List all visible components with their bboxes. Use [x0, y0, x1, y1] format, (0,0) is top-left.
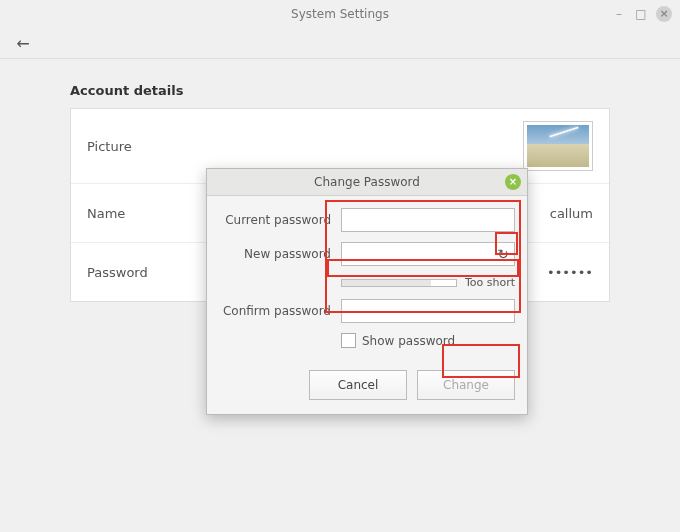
current-password-input[interactable] [341, 208, 515, 232]
row-password-value: •••••• [547, 265, 593, 280]
row-name-label: Name [87, 206, 125, 221]
current-password-label: Current password [219, 213, 341, 227]
avatar[interactable] [523, 121, 593, 171]
row-password-label: Password [87, 265, 148, 280]
dialog-title: Change Password [314, 175, 420, 189]
minimize-icon[interactable]: – [612, 7, 626, 21]
field-new-password: New password ↻ [219, 242, 515, 266]
change-password-dialog: Change Password × Current password New p… [206, 168, 528, 415]
dialog-close-icon[interactable]: × [505, 174, 521, 190]
password-strength: Too short [341, 276, 515, 289]
show-password-row[interactable]: Show password [341, 333, 515, 348]
show-password-label: Show password [362, 334, 455, 348]
row-picture-label: Picture [87, 139, 132, 154]
field-confirm-password: Confirm password [219, 299, 515, 323]
close-icon[interactable]: × [656, 6, 672, 22]
header-toolbar: ← [0, 28, 680, 59]
maximize-icon[interactable]: □ [634, 7, 648, 21]
password-strength-bar [341, 279, 457, 287]
password-strength-text: Too short [465, 276, 515, 289]
new-password-input[interactable] [341, 242, 515, 266]
window-controls: – □ × [612, 0, 672, 28]
dialog-actions: Cancel Change [219, 370, 515, 400]
cancel-button[interactable]: Cancel [309, 370, 407, 400]
confirm-password-input[interactable] [341, 299, 515, 323]
dialog-titlebar: Change Password × [207, 169, 527, 196]
show-password-checkbox[interactable] [341, 333, 356, 348]
confirm-password-label: Confirm password [219, 304, 341, 318]
field-current-password: Current password [219, 208, 515, 232]
new-password-label: New password [219, 247, 341, 261]
generate-password-icon[interactable]: ↻ [494, 245, 512, 263]
row-name-value: callum [550, 206, 593, 221]
avatar-image [527, 125, 589, 167]
window-title: System Settings [291, 7, 389, 21]
change-button[interactable]: Change [417, 370, 515, 400]
window-titlebar: System Settings – □ × [0, 0, 680, 28]
section-title: Account details [70, 83, 610, 98]
back-button[interactable]: ← [12, 32, 34, 54]
